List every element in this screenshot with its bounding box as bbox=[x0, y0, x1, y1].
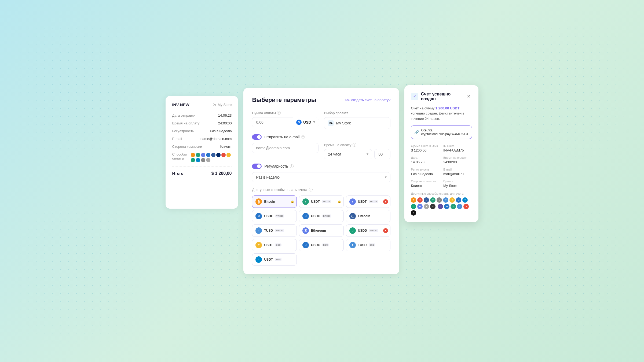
payment-usdt-ton[interactable]: T USDT TON bbox=[252, 253, 297, 266]
regularity-help-icon[interactable]: ? bbox=[290, 164, 294, 168]
invoice-row: Сторона комиссии Клиент bbox=[172, 145, 232, 149]
usdt-trc-icon: T bbox=[302, 198, 309, 205]
payment-ltc[interactable]: Ł Litecoin bbox=[346, 210, 391, 222]
detail-commission: Сторона комиссии Клиент bbox=[411, 180, 440, 188]
project-name: My Store bbox=[336, 121, 386, 125]
popup-coin16: U bbox=[451, 204, 456, 209]
close-button[interactable]: ✕ bbox=[466, 93, 472, 100]
amount-group: Сумма оплаты ? $ USD ▼ bbox=[252, 111, 319, 129]
popup-coin18: ✕ bbox=[463, 204, 469, 209]
bnb-dot bbox=[226, 153, 231, 157]
usdt-erc-dot bbox=[201, 153, 205, 157]
tusd-bsc-icon: T bbox=[349, 242, 356, 248]
payment-usdc-trc20[interactable]: U USDC TRC20 bbox=[252, 210, 297, 222]
project-select[interactable]: 🛍 My Store bbox=[324, 117, 390, 129]
detail-date: Дата 14.06.23 bbox=[411, 156, 440, 164]
popup-coin11: U bbox=[417, 204, 423, 209]
payment-usdt-bsc[interactable]: T USDT BSC bbox=[252, 239, 297, 251]
eth-icon: Ξ bbox=[302, 227, 309, 234]
project-group: Выбор проекта 🛍 My Store bbox=[324, 111, 390, 129]
payment-btc[interactable]: ₿ Bitcoin 🔒 bbox=[252, 195, 297, 208]
ton-dot bbox=[196, 158, 200, 162]
main-panel: Выберите параметры Как создать счет на о… bbox=[243, 88, 399, 274]
help-link[interactable]: Как создать счет на оплату? bbox=[345, 98, 391, 102]
time-help-icon[interactable]: ? bbox=[353, 143, 356, 147]
eth-dot bbox=[221, 153, 226, 157]
success-popup: ✓ Счет успешно создан ✕ Счет на сумму 1 … bbox=[404, 85, 478, 222]
payment-usdc-erc20[interactable]: U USDC ERC20 bbox=[299, 210, 344, 222]
popup-coin12: T bbox=[424, 204, 429, 209]
time-group: Время на оплату ? 24 часа 12 часов 48 ча… bbox=[324, 143, 390, 159]
detail-amount-usd: Сумма счета в USD $ 1200,00 bbox=[411, 144, 440, 152]
popup-coin7: T bbox=[449, 197, 455, 203]
payment-help-icon[interactable]: ? bbox=[309, 188, 313, 191]
popup-details: Сумма счета в USD $ 1200,00 ID счета INV… bbox=[411, 144, 472, 188]
invoice-card: INV-NEW 🛍 My Store Дата отправки 14.06.2… bbox=[166, 96, 238, 209]
email-group bbox=[252, 143, 319, 159]
lock-icon: 🔒 bbox=[291, 200, 294, 203]
btc-dot bbox=[191, 153, 195, 157]
popup-ton-icon: T bbox=[462, 197, 468, 203]
email-help-icon[interactable]: ? bbox=[301, 135, 305, 139]
regularity-toggle-row: Регулярность ? bbox=[252, 164, 390, 169]
payment-tusd-erc20[interactable]: T TUSD ERC20 bbox=[252, 224, 297, 237]
store-icon: 🛍 bbox=[213, 103, 216, 107]
regularity-toggle[interactable] bbox=[252, 164, 262, 169]
amount-help-icon[interactable]: ? bbox=[277, 111, 281, 115]
currency-select[interactable]: $ USD ▼ bbox=[293, 117, 319, 127]
usdc-bsc-icon: U bbox=[302, 242, 309, 248]
usdc-erc-icon: U bbox=[302, 213, 309, 219]
usdt-erc-icon: T bbox=[349, 198, 356, 205]
usdd-dot bbox=[191, 158, 195, 162]
popup-usdd-icon: U bbox=[411, 204, 416, 209]
chevron-down-icon: ▼ bbox=[313, 121, 316, 124]
payment-usdd-trc20[interactable]: U USDD TRC20 ✕ bbox=[346, 224, 391, 237]
btc-icon: ₿ bbox=[255, 198, 262, 205]
payment-methods-label: Доступные способы оплаты счета ? bbox=[252, 188, 390, 192]
popup-eth-icon: Ξ bbox=[417, 197, 423, 203]
payment-usdt-erc20[interactable]: T USDT ERC20 Ξ bbox=[346, 195, 391, 208]
usdt-ton-icon: T bbox=[255, 256, 262, 263]
popup-btc-icon: ₿ bbox=[411, 197, 416, 203]
time-select-wrap: 24 часа 12 часов 48 часов ▼ bbox=[324, 149, 372, 159]
extra2-dot bbox=[206, 158, 210, 162]
popup-coin8: U bbox=[456, 197, 461, 203]
usdc-dot bbox=[206, 153, 210, 157]
email-toggle[interactable] bbox=[252, 134, 262, 140]
project-label: Выбор проекта bbox=[324, 111, 390, 115]
tusd-dot bbox=[216, 153, 221, 157]
extra-badge: ✕ bbox=[383, 228, 388, 233]
link-text: Ссылка cryptocload.plus/pay/W4MG5J31 bbox=[421, 128, 468, 136]
ltc-dot bbox=[211, 153, 215, 157]
popup-title: Счет успешно создан bbox=[421, 92, 466, 101]
time-input[interactable] bbox=[374, 149, 390, 159]
invoice-id: INV-NEW bbox=[172, 102, 189, 107]
popup-icons-row: ₿ Ξ Ł T U T T U T U U T ✕ U U U T ✕ ✕ bbox=[411, 197, 472, 216]
detail-id: ID счета INV-FUEM75 bbox=[443, 144, 472, 152]
usdt-trc-dot bbox=[196, 153, 200, 157]
amount-label: Сумма оплаты ? bbox=[252, 111, 319, 115]
invoice-row: Время на оплату 24:00:00 bbox=[172, 121, 232, 125]
link-input[interactable]: 🔗 Ссылка cryptocload.plus/pay/W4MG5J31 bbox=[411, 125, 472, 139]
payment-tusd-bsc[interactable]: T TUSD BSC bbox=[346, 239, 391, 251]
tusd-erc-icon: T bbox=[255, 227, 262, 234]
payment-eth[interactable]: Ξ Ethereum bbox=[299, 224, 344, 237]
regularity-select[interactable]: Раз в неделю Каждый день Раз в месяц bbox=[252, 172, 390, 182]
detail-project: Проект My Store bbox=[443, 180, 472, 188]
detail-regularity: Регулярность Раз в неделю bbox=[411, 168, 440, 176]
payment-usdt-trc20[interactable]: T USDT TRC20 🔒 bbox=[299, 195, 344, 208]
invoice-row: Регулярность Раз в неделю bbox=[172, 129, 232, 133]
time-label: Время на оплату ? bbox=[324, 143, 390, 147]
popup-title-row: ✓ Счет успешно создан bbox=[411, 92, 466, 101]
email-input[interactable] bbox=[252, 143, 319, 153]
popup-amount: 1 200,00 USDT bbox=[436, 106, 460, 110]
time-select[interactable]: 24 часа 12 часов 48 часов bbox=[324, 149, 372, 159]
extra-dot bbox=[201, 158, 205, 162]
popup-coin19: ✕ bbox=[411, 210, 416, 216]
success-check-icon: ✓ bbox=[411, 93, 418, 100]
popup-payment-icons: Доступные способы оплаты для счета ₿ Ξ Ł… bbox=[411, 192, 472, 216]
invoice-store: 🛍 My Store bbox=[213, 103, 232, 107]
payment-usdc-bsc[interactable]: U USDC BSC bbox=[299, 239, 344, 251]
email-toggle-label: Отправить на e-mail ? bbox=[264, 135, 305, 139]
payment-icons-row: Способы оплаты bbox=[172, 152, 232, 162]
